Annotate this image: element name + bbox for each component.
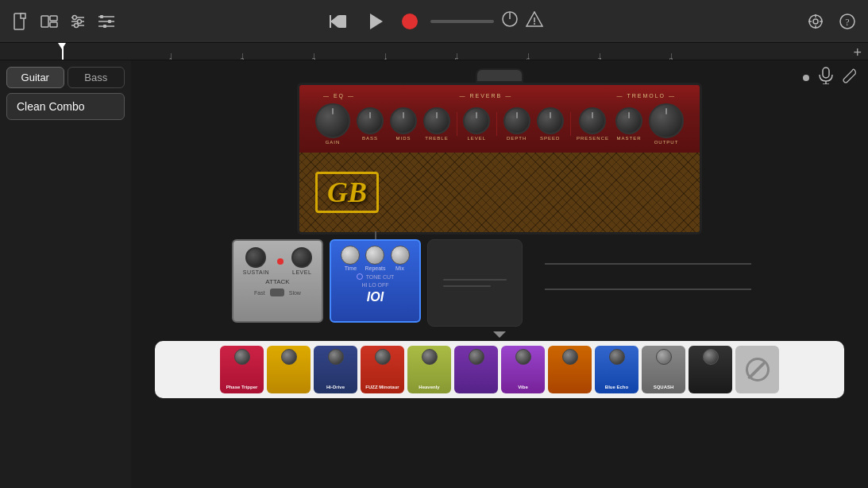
toolbar: ? bbox=[0, 0, 868, 43]
disabled-icon bbox=[746, 358, 770, 381]
help-button[interactable]: ? bbox=[836, 10, 858, 33]
sustain-knob-circle[interactable] bbox=[245, 247, 266, 268]
ruler: 1 2 3 4 5 6 7 8 + bbox=[0, 43, 868, 60]
svg-marker-20 bbox=[370, 14, 383, 29]
tremolo-label: — TREMOLO — bbox=[617, 93, 676, 99]
svg-rect-16 bbox=[103, 25, 106, 28]
palette-knob bbox=[562, 349, 578, 365]
tab-guitar[interactable]: Guitar bbox=[6, 67, 64, 88]
palette-pedal-label: SQUASH bbox=[654, 385, 674, 390]
output-knob[interactable] bbox=[649, 103, 684, 138]
pedal-connector bbox=[375, 231, 376, 239]
attack-switch[interactable] bbox=[270, 289, 284, 296]
mids-knob[interactable] bbox=[390, 107, 417, 134]
ruler-add-button[interactable]: + bbox=[853, 45, 862, 60]
palette-hi-drive[interactable]: Hi-Drive bbox=[314, 346, 357, 393]
svg-rect-2 bbox=[41, 16, 48, 27]
windows-icon[interactable] bbox=[38, 10, 60, 33]
empty-line-1 bbox=[443, 279, 507, 281]
level-knob[interactable] bbox=[463, 107, 490, 134]
tune-icon[interactable] bbox=[526, 11, 543, 31]
repeats-label: Repeats bbox=[365, 265, 385, 271]
microphone-icon[interactable] bbox=[819, 67, 833, 88]
depth-knob[interactable] bbox=[503, 107, 530, 134]
palette-pedal-label: FUZZ Minotaur bbox=[365, 385, 399, 390]
palette-phase-tripper[interactable]: Phase Tripper bbox=[220, 346, 264, 393]
amp-area: — EQ — — REVERB — — TREMOLO — GAIN bbox=[131, 60, 868, 234]
wrench-icon[interactable] bbox=[843, 68, 858, 87]
eq-label: — EQ — bbox=[323, 93, 355, 99]
amp-knob-presence[interactable]: PRESENCE bbox=[577, 107, 609, 141]
palette-knob bbox=[328, 349, 344, 365]
amp-knob-bass[interactable]: BASS bbox=[357, 107, 384, 141]
palette-yellow[interactable] bbox=[267, 346, 311, 393]
repeats-knob-circle[interactable] bbox=[365, 246, 384, 265]
record-button[interactable] bbox=[402, 14, 418, 29]
amp-knob-output[interactable]: OUTPUT bbox=[649, 103, 684, 145]
level-knob[interactable]: LEVEL bbox=[291, 247, 312, 275]
rewind-button[interactable] bbox=[326, 9, 351, 34]
content-top-icons bbox=[803, 67, 858, 88]
gain-label: GAIN bbox=[326, 140, 341, 145]
output-label: OUTPUT bbox=[654, 140, 679, 145]
guitar-amp: — EQ — — REVERB — — TREMOLO — GAIN bbox=[297, 68, 702, 234]
new-file-icon[interactable] bbox=[10, 10, 32, 33]
dot-indicator bbox=[803, 75, 809, 81]
amp-knob-depth[interactable]: DEPTH bbox=[503, 107, 530, 141]
amp-knob-treble[interactable]: TREBLE bbox=[423, 107, 450, 141]
treble-knob[interactable] bbox=[423, 107, 450, 134]
hi-lo-label: HI LO OFF bbox=[361, 282, 388, 288]
transport-controls bbox=[326, 9, 543, 34]
settings-button[interactable] bbox=[804, 10, 827, 33]
palette-vintage-drive[interactable] bbox=[548, 346, 592, 393]
metronome-icon[interactable] bbox=[502, 11, 518, 31]
presence-knob[interactable] bbox=[579, 107, 606, 134]
amp-knob-mids[interactable]: MIDS bbox=[390, 107, 417, 141]
palette-fuzz[interactable]: FUZZ Minotaur bbox=[361, 346, 404, 393]
gain-knob[interactable] bbox=[315, 103, 350, 138]
palette-knob bbox=[515, 349, 531, 365]
speed-knob[interactable] bbox=[537, 107, 564, 134]
empty-pedal-slot-1[interactable] bbox=[427, 239, 523, 327]
palette-purple[interactable] bbox=[454, 346, 498, 393]
compressor-pedal[interactable]: SUSTAIN LEVEL ATTACK Fast Slow bbox=[232, 239, 323, 323]
time-knob[interactable]: Time bbox=[341, 246, 360, 271]
level-knob-circle[interactable] bbox=[291, 247, 312, 268]
svg-text:?: ? bbox=[845, 17, 849, 28]
tab-bass[interactable]: Bass bbox=[68, 67, 125, 88]
amp-knob-master[interactable]: MASTER bbox=[615, 107, 642, 141]
amp-knob-level[interactable]: LEVEL bbox=[463, 107, 490, 141]
right-line-1 bbox=[545, 263, 751, 265]
delay-pedal[interactable]: Time Repeats Mix TONE CUT HI bbox=[330, 239, 421, 323]
ruler-marks: 1 2 3 4 5 6 7 8 bbox=[0, 43, 868, 60]
mix-knob[interactable]: Mix bbox=[391, 246, 410, 271]
smart-controls-icon[interactable] bbox=[95, 10, 118, 33]
progress-bar[interactable] bbox=[430, 20, 494, 23]
palette-squash[interactable]: SQUASH bbox=[642, 346, 685, 393]
sustain-knob[interactable]: SUSTAIN bbox=[243, 247, 269, 275]
mix-knob-circle[interactable] bbox=[391, 246, 410, 265]
palette-blue-echo[interactable]: Blue Echo bbox=[595, 346, 638, 393]
preset-clean-combo[interactable]: Clean Combo bbox=[6, 93, 125, 120]
play-button[interactable] bbox=[364, 9, 389, 34]
palette-heavenly[interactable]: Heavenly bbox=[407, 346, 451, 393]
master-knob[interactable] bbox=[615, 107, 642, 134]
repeats-knob[interactable]: Repeats bbox=[365, 246, 385, 271]
slow-label: Slow bbox=[289, 290, 301, 296]
time-knob-circle[interactable] bbox=[341, 246, 360, 265]
right-empty-area bbox=[529, 239, 767, 327]
bass-knob[interactable] bbox=[357, 107, 384, 134]
palette-black[interactable] bbox=[689, 346, 732, 393]
compressor-led bbox=[277, 258, 284, 265]
palette-knob bbox=[281, 349, 297, 365]
palette-knob bbox=[234, 349, 250, 365]
ruler-mark-5: 5 bbox=[421, 53, 492, 60]
mixer-icon[interactable] bbox=[67, 10, 89, 33]
amp-knob-gain[interactable]: GAIN bbox=[315, 103, 350, 145]
amp-knob-speed[interactable]: SPEED bbox=[537, 107, 564, 141]
reverb-label: — REVERB — bbox=[459, 93, 512, 99]
content-area: — EQ — — REVERB — — TREMOLO — GAIN bbox=[131, 60, 868, 488]
palette-vibe[interactable]: Vibe bbox=[501, 346, 545, 393]
playhead bbox=[62, 43, 64, 60]
palette-disabled[interactable] bbox=[735, 346, 779, 393]
